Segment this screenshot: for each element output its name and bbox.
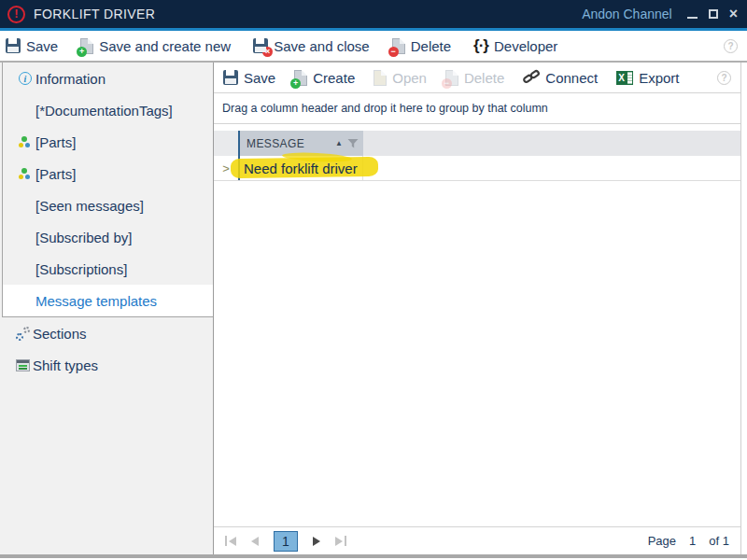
sort-ascending-icon[interactable]: ▲ <box>335 139 343 147</box>
floppy-save-icon <box>6 38 21 53</box>
message-cell[interactable]: Need forklift driver <box>238 156 363 180</box>
excel-icon: X <box>616 71 633 85</box>
page-minus-icon: − <box>392 38 405 54</box>
main-toolbar: Save + Save and create new × Save and cl… <box>0 31 747 63</box>
page-plus-icon: + <box>80 38 93 54</box>
chain-link-icon <box>523 69 540 87</box>
sidebar: i Information [*DocumentationTags] [Part… <box>0 63 214 554</box>
page-number-label: 1 <box>689 534 696 548</box>
first-page-button[interactable] <box>225 536 236 546</box>
grid-connect-button[interactable]: Connect <box>523 69 598 87</box>
grid-empty-area <box>214 181 740 526</box>
save-and-create-new-button[interactable]: + Save and create new <box>80 38 231 54</box>
table-row[interactable]: > Need forklift driver <box>214 156 740 181</box>
page-plus-icon: + <box>294 70 307 86</box>
save-button[interactable]: Save <box>6 38 58 54</box>
pagination-bar: 1 Page 1 of 1 <box>214 526 740 554</box>
window-title: FORKLIFT DRIVER <box>34 7 155 21</box>
parts-icon <box>19 168 31 180</box>
row-indicator-header-cell <box>214 131 238 156</box>
group-by-drop-zone[interactable]: Drag a column header and drop it here to… <box>214 93 740 124</box>
filter-icon[interactable] <box>347 138 359 149</box>
sidebar-item-parts-2[interactable]: [Parts] <box>3 158 213 189</box>
maximize-button[interactable] <box>709 9 718 19</box>
title-bar: ! FORKLIFT DRIVER Andon Channel × <box>0 0 747 28</box>
close-button[interactable]: × <box>729 7 738 21</box>
grid-create-button[interactable]: + Create <box>294 70 355 86</box>
sidebar-item-seen-messages[interactable]: [Seen messages] <box>3 189 213 221</box>
current-page-box[interactable]: 1 <box>274 531 298 552</box>
page-word-label: Page <box>648 534 676 548</box>
sidebar-item-information[interactable]: i Information <box>3 63 213 94</box>
content-area: Save + Create Open − Delete <box>214 63 741 554</box>
developer-icon: {·} <box>473 36 488 55</box>
row-chevron-icon: > <box>222 161 230 175</box>
content-toolbar: Save + Create Open − Delete <box>214 63 740 93</box>
last-page-button[interactable] <box>335 536 346 546</box>
sidebar-item-shift-types[interactable]: Shift types <box>0 349 213 381</box>
grid-delete-button[interactable]: − Delete <box>445 70 504 86</box>
page-of-label: of 1 <box>709 534 729 548</box>
sidebar-item-parts-1[interactable]: [Parts] <box>3 126 213 158</box>
delete-button[interactable]: − Delete <box>392 38 451 54</box>
sidebar-item-sections[interactable]: Sections <box>0 317 213 349</box>
save-and-close-button[interactable]: × Save and close <box>253 38 370 54</box>
next-page-button[interactable] <box>313 537 320 546</box>
sidebar-item-message-templates[interactable]: Message templates <box>3 285 213 316</box>
minimize-button[interactable] <box>687 17 698 19</box>
sidebar-item-documentationtags[interactable]: [*DocumentationTags] <box>3 94 213 126</box>
floppy-save-icon <box>223 70 238 85</box>
info-icon: i <box>19 72 32 85</box>
sidebar-item-subscribed-by[interactable]: [Subscribed by] <box>3 221 213 253</box>
gears-icon <box>16 327 31 341</box>
parts-icon <box>19 136 31 148</box>
sidebar-tab-panel: i Information [*DocumentationTags] [Part… <box>2 63 213 317</box>
warning-icon: ! <box>7 6 25 23</box>
floppy-close-icon: × <box>253 38 268 53</box>
shift-grid-icon <box>16 359 30 371</box>
page-minus-icon: − <box>445 70 458 86</box>
grid-export-button[interactable]: X Export <box>616 70 679 86</box>
help-icon[interactable]: ? <box>717 71 731 85</box>
sidebar-item-subscriptions[interactable]: [Subscriptions] <box>3 253 213 285</box>
help-icon[interactable]: ? <box>724 39 738 53</box>
grid-save-button[interactable]: Save <box>223 70 275 86</box>
row-filler <box>363 156 740 180</box>
app-window: ! FORKLIFT DRIVER Andon Channel × Save +… <box>0 0 747 560</box>
channel-label: Andon Channel <box>582 7 672 21</box>
previous-page-button[interactable] <box>251 537 259 546</box>
grid-open-button[interactable]: Open <box>374 70 427 86</box>
page-open-icon <box>374 70 387 86</box>
header-filler <box>363 131 740 156</box>
developer-button[interactable]: {·} Developer <box>473 36 557 55</box>
